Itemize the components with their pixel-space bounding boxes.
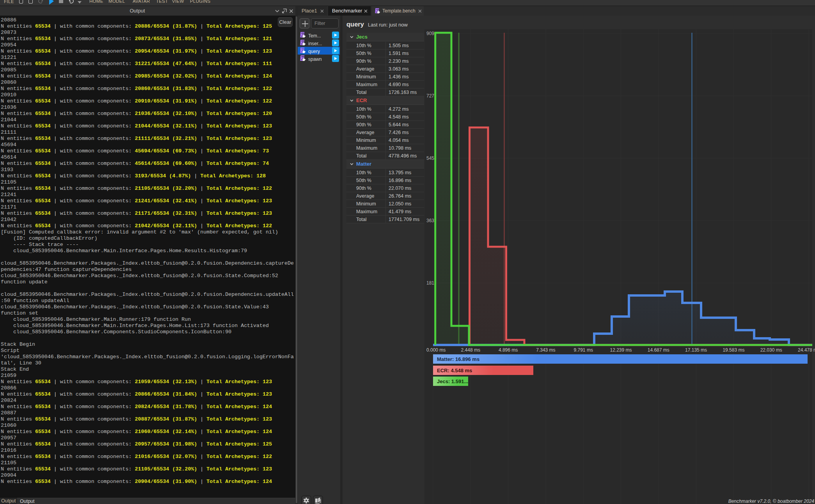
svg-text:363: 363 [426,218,434,223]
svg-text:14.687 ms: 14.687 ms [648,347,669,353]
svg-text:12.239 ms: 12.239 ms [610,347,632,353]
svg-text:0.000 ms: 0.000 ms [426,347,446,353]
svg-text:Matter: 16.896 ms: Matter: 16.896 ms [437,356,479,362]
svg-text:7.343 ms: 7.343 ms [536,347,555,353]
svg-text:2.448 ms: 2.448 ms [461,347,480,353]
svg-text:9.791 ms: 9.791 ms [574,347,593,353]
svg-text:ECR: 4.548 ms: ECR: 4.548 ms [437,368,472,373]
svg-text:181: 181 [426,280,434,286]
svg-text:909: 909 [426,31,434,36]
svg-text:4.896 ms: 4.896 ms [499,347,518,353]
svg-text:727: 727 [426,93,434,99]
svg-text:19.583 ms: 19.583 ms [723,347,744,353]
svg-text:Jecs: 1.591...: Jecs: 1.591... [437,378,468,384]
svg-text:24.478 ms: 24.478 ms [798,347,815,353]
svg-text:17.135 ms: 17.135 ms [685,347,707,353]
svg-text:545: 545 [426,156,434,161]
svg-text:22.030 ms: 22.030 ms [760,347,782,353]
